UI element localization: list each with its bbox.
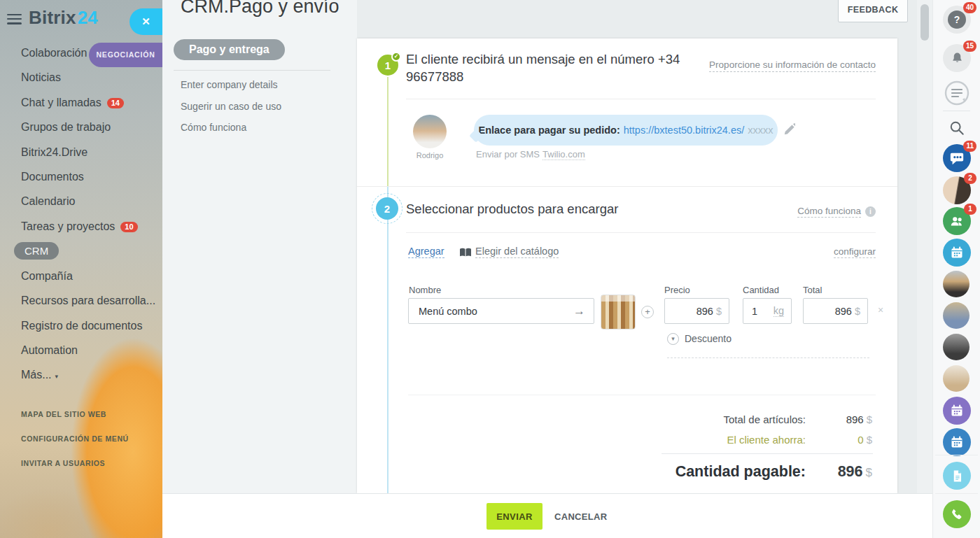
price-input[interactable]: 896$ xyxy=(664,298,729,324)
sidebar-item-crm[interactable]: CRM xyxy=(14,242,59,260)
messenger-icon xyxy=(949,150,965,166)
notifications-button[interactable]: 15 xyxy=(943,44,971,72)
info-icon: i xyxy=(865,206,876,217)
cancel-button[interactable]: CANCELAR xyxy=(554,511,607,522)
sidebar-item-compania[interactable]: Compañía xyxy=(21,270,73,283)
sidebar-item-mas[interactable]: Más...▾ xyxy=(21,369,58,381)
calendar-teal-button[interactable] xyxy=(943,239,971,267)
sms-message-bubble: Enlace para pagar su pedido: https://bxt… xyxy=(474,115,778,146)
feed-comments-button[interactable] xyxy=(943,79,971,107)
negotiation-stage-badge[interactable]: NEGOCIACIÓN xyxy=(89,43,162,67)
phone-button[interactable] xyxy=(943,500,971,528)
notifications-badge: 15 xyxy=(963,41,976,52)
menu-settings-link[interactable]: CONFIGURACIÓN DE MENÚ xyxy=(21,434,129,443)
avatar xyxy=(413,115,447,148)
panel-link-company-details[interactable]: Enter company details xyxy=(181,79,278,90)
step2-title: Seleccionar productos para encargar xyxy=(406,201,618,217)
calendar-blue-button[interactable] xyxy=(943,428,971,456)
sidebar-item-noticias[interactable]: Noticias xyxy=(21,71,61,84)
chevron-down-icon: ▾ xyxy=(55,373,59,380)
send-button[interactable]: ENVIAR xyxy=(486,503,542,530)
panel-link-how-it-works[interactable]: Cómo funciona xyxy=(181,122,246,133)
step2-divider xyxy=(406,232,876,233)
quantity-input[interactable]: 1kg xyxy=(743,298,792,324)
brand-title: Bitrix24 xyxy=(29,7,98,29)
arrow-right-icon[interactable]: → xyxy=(573,304,585,318)
edit-message-icon[interactable] xyxy=(783,123,795,135)
total-input[interactable]: 896$ xyxy=(803,298,868,324)
tab-choose-from-catalog[interactable]: Elegir del catálogo xyxy=(475,246,559,258)
unit-selector[interactable]: kg xyxy=(774,305,784,317)
sidebar-item-colaboracion[interactable]: Colaboración xyxy=(21,47,87,59)
dashed-divider xyxy=(667,358,869,358)
sidebar-item-recursos[interactable]: Recursos para desarrolla... xyxy=(21,295,155,307)
search-icon xyxy=(949,120,965,136)
sitemap-link[interactable]: MAPA DEL SITIO WEB xyxy=(21,410,106,418)
right-toolbar: ? 40 15 11 2 1 xyxy=(932,0,980,538)
chat-lines-icon xyxy=(944,80,969,106)
payable-amount-row: Cantidad pagable: 896$ xyxy=(676,463,872,481)
question-icon: ? xyxy=(948,10,966,29)
sidebar-item-drive[interactable]: Bitrix24.Drive xyxy=(21,146,88,159)
payment-link[interactable]: https://bxtest50.bitrix24.es/ xyxy=(624,125,744,136)
check-icon: ✓ xyxy=(391,52,401,62)
remove-row-icon[interactable]: × xyxy=(878,304,883,316)
toolbar-section-divider xyxy=(935,493,978,494)
documents-button[interactable] xyxy=(943,462,971,490)
sidebar-item-grupos[interactable]: Grupos de trabajo xyxy=(21,121,111,134)
how-it-works-link[interactable]: Cómo funciona i xyxy=(797,206,876,218)
user-avatar-4[interactable] xyxy=(943,365,969,392)
contacts-avatars-button[interactable]: 2 xyxy=(943,176,971,204)
step1-divider xyxy=(406,99,876,99)
stage-pill: Pago y entrega xyxy=(174,39,285,60)
sidebar-item-automation[interactable]: Automation xyxy=(21,344,78,357)
catalog-book-icon xyxy=(460,248,471,257)
discount-chevron-icon[interactable]: ▾ xyxy=(667,333,679,345)
user-avatar-3[interactable] xyxy=(943,334,969,360)
page-title: CRM.Pago y envío xyxy=(181,0,340,17)
help-button[interactable]: ? 40 xyxy=(943,6,971,34)
toolbar-section-divider xyxy=(935,455,978,455)
logo[interactable]: Bitrix24 xyxy=(7,7,98,29)
panel-link-suggest-use-case[interactable]: Sugerir un caso de uso xyxy=(181,101,281,112)
sidebar-item-documentos[interactable]: Documentos xyxy=(21,171,84,183)
sidebar-item-tareas[interactable]: Tareas y proyectos10 xyxy=(21,220,138,233)
sidebar-item-registro[interactable]: Registro de documentos xyxy=(21,320,142,332)
scrollbar-track[interactable] xyxy=(917,0,932,493)
quantity-label: Cantidad xyxy=(743,285,779,295)
user-avatar-2[interactable] xyxy=(943,302,969,329)
search-button[interactable] xyxy=(943,114,971,142)
discount-toggle[interactable]: Descuento xyxy=(685,333,732,344)
step1-timeline xyxy=(387,77,388,186)
sms-provider-link[interactable]: Twilio.com xyxy=(542,149,585,160)
add-image-button[interactable]: + xyxy=(641,306,654,318)
configure-link[interactable]: configurar xyxy=(834,246,876,258)
chat-badge: 14 xyxy=(107,98,124,108)
invite-button[interactable]: 1 xyxy=(943,207,971,235)
payment-card: 1 ✓ El cliente recibirá un mensaje en el… xyxy=(357,38,897,493)
section-divider xyxy=(357,186,897,187)
document-icon xyxy=(951,469,964,483)
items-total-row: Total de artículos: 896$ xyxy=(723,413,872,425)
product-name-input[interactable]: Menú combo → xyxy=(408,298,594,324)
payable-divider xyxy=(662,453,873,454)
user-avatar-1[interactable] xyxy=(943,271,969,297)
product-thumbnail[interactable] xyxy=(601,295,636,330)
invite-users-link[interactable]: INVITAR A USUARIOS xyxy=(21,459,105,467)
calendar-icon xyxy=(950,404,964,418)
scrollbar-thumb[interactable] xyxy=(920,4,929,41)
close-slider-button[interactable]: ✕ xyxy=(130,8,162,35)
crm-slider-panel: CRM.Pago y envío FEEDBACK Pago y entrega… xyxy=(162,0,932,538)
toolbar-divider xyxy=(943,111,970,111)
contact-info-link[interactable]: Proporcione su información de contacto xyxy=(709,59,876,72)
sidebar-item-calendario[interactable]: Calendario xyxy=(21,195,75,208)
calendar-purple-button[interactable] xyxy=(943,397,971,425)
sms-caption: Enviar por SMSTwilio.com xyxy=(476,149,585,160)
tab-add-product[interactable]: Agregar xyxy=(408,246,444,258)
help-badge: 40 xyxy=(963,2,976,13)
sidebar-item-chat[interactable]: Chat y llamadas14 xyxy=(21,97,124,109)
messenger-button[interactable]: 11 xyxy=(943,144,971,172)
invite-badge: 1 xyxy=(964,204,976,215)
hamburger-menu-icon[interactable] xyxy=(7,14,22,24)
feedback-button[interactable]: FEEDBACK xyxy=(838,0,908,22)
